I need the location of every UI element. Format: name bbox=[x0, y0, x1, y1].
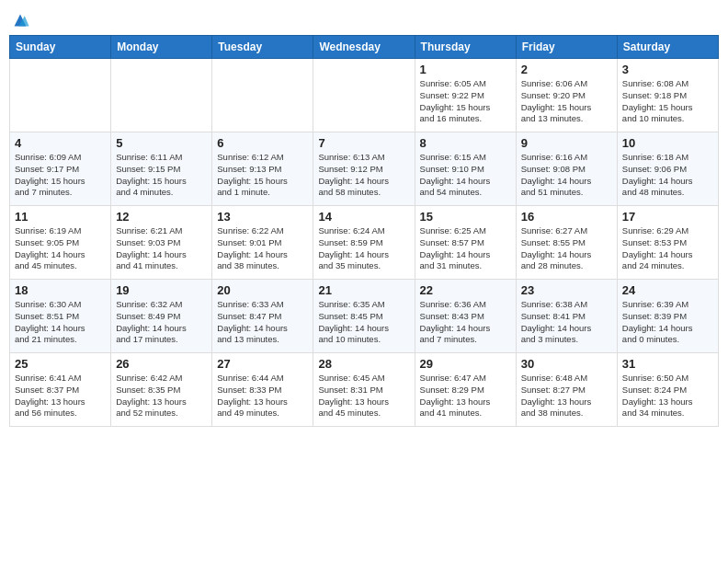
calendar-cell: 13Sunrise: 6:22 AM Sunset: 9:01 PM Dayli… bbox=[212, 206, 313, 280]
calendar-header: SundayMondayTuesdayWednesdayThursdayFrid… bbox=[10, 36, 719, 59]
calendar-cell bbox=[111, 59, 212, 132]
calendar-cell: 3Sunrise: 6:08 AM Sunset: 9:18 PM Daylig… bbox=[617, 59, 718, 132]
day-info: Sunrise: 6:48 AM Sunset: 8:27 PM Dayligh… bbox=[521, 373, 612, 419]
calendar-cell: 24Sunrise: 6:39 AM Sunset: 8:39 PM Dayli… bbox=[617, 280, 718, 353]
calendar-cell: 17Sunrise: 6:29 AM Sunset: 8:53 PM Dayli… bbox=[617, 206, 718, 280]
day-info: Sunrise: 6:16 AM Sunset: 9:08 PM Dayligh… bbox=[521, 152, 612, 199]
calendar-week-row: 25Sunrise: 6:41 AM Sunset: 8:37 PM Dayli… bbox=[10, 353, 719, 427]
day-number: 14 bbox=[318, 210, 409, 224]
day-info: Sunrise: 6:24 AM Sunset: 8:59 PM Dayligh… bbox=[318, 225, 409, 272]
day-number: 11 bbox=[15, 210, 106, 224]
day-info: Sunrise: 6:42 AM Sunset: 8:35 PM Dayligh… bbox=[116, 373, 207, 419]
day-info: Sunrise: 6:11 AM Sunset: 9:15 PM Dayligh… bbox=[116, 152, 207, 199]
day-info: Sunrise: 6:50 AM Sunset: 8:24 PM Dayligh… bbox=[622, 373, 713, 419]
calendar-cell: 14Sunrise: 6:24 AM Sunset: 8:59 PM Dayli… bbox=[313, 206, 415, 280]
day-number: 29 bbox=[420, 357, 511, 371]
calendar-cell: 11Sunrise: 6:19 AM Sunset: 9:05 PM Dayli… bbox=[10, 206, 111, 280]
calendar-body: 1Sunrise: 6:05 AM Sunset: 9:22 PM Daylig… bbox=[10, 59, 719, 427]
day-number: 5 bbox=[116, 136, 207, 150]
day-number: 30 bbox=[521, 357, 612, 371]
day-info: Sunrise: 6:45 AM Sunset: 8:31 PM Dayligh… bbox=[318, 373, 409, 419]
day-number: 15 bbox=[420, 210, 511, 224]
day-info: Sunrise: 6:27 AM Sunset: 8:55 PM Dayligh… bbox=[521, 225, 612, 272]
day-number: 4 bbox=[15, 136, 106, 150]
weekday-header-wednesday: Wednesday bbox=[313, 36, 415, 59]
day-info: Sunrise: 6:25 AM Sunset: 8:57 PM Dayligh… bbox=[420, 225, 511, 272]
day-info: Sunrise: 6:41 AM Sunset: 8:37 PM Dayligh… bbox=[15, 373, 106, 419]
calendar-cell: 22Sunrise: 6:36 AM Sunset: 8:43 PM Dayli… bbox=[415, 280, 516, 353]
day-number: 19 bbox=[116, 283, 207, 297]
calendar-week-row: 11Sunrise: 6:19 AM Sunset: 9:05 PM Dayli… bbox=[10, 206, 719, 280]
day-number: 8 bbox=[420, 136, 511, 150]
day-number: 2 bbox=[521, 63, 612, 76]
day-number: 31 bbox=[622, 357, 713, 371]
logo-icon bbox=[11, 13, 29, 28]
calendar-cell: 25Sunrise: 6:41 AM Sunset: 8:37 PM Dayli… bbox=[10, 353, 111, 427]
day-number: 3 bbox=[622, 63, 713, 76]
day-number: 7 bbox=[318, 136, 409, 150]
day-number: 23 bbox=[521, 283, 612, 297]
day-info: Sunrise: 6:12 AM Sunset: 9:13 PM Dayligh… bbox=[217, 152, 308, 199]
day-info: Sunrise: 6:22 AM Sunset: 9:01 PM Dayligh… bbox=[217, 225, 308, 272]
calendar-cell: 30Sunrise: 6:48 AM Sunset: 8:27 PM Dayli… bbox=[516, 353, 617, 427]
day-info: Sunrise: 6:32 AM Sunset: 8:49 PM Dayligh… bbox=[116, 299, 207, 346]
day-number: 13 bbox=[217, 210, 308, 224]
day-number: 1 bbox=[420, 63, 511, 76]
day-info: Sunrise: 6:44 AM Sunset: 8:33 PM Dayligh… bbox=[217, 373, 308, 419]
weekday-header-saturday: Saturday bbox=[617, 36, 718, 59]
calendar-cell: 12Sunrise: 6:21 AM Sunset: 9:03 PM Dayli… bbox=[111, 206, 212, 280]
day-number: 12 bbox=[116, 210, 207, 224]
day-info: Sunrise: 6:19 AM Sunset: 9:05 PM Dayligh… bbox=[15, 225, 106, 272]
calendar-cell: 19Sunrise: 6:32 AM Sunset: 8:49 PM Dayli… bbox=[111, 280, 212, 353]
day-number: 6 bbox=[217, 136, 308, 150]
logo bbox=[9, 9, 29, 28]
calendar-cell bbox=[212, 59, 313, 132]
calendar-cell: 6Sunrise: 6:12 AM Sunset: 9:13 PM Daylig… bbox=[212, 132, 313, 206]
weekday-header-monday: Monday bbox=[111, 36, 212, 59]
calendar-week-row: 18Sunrise: 6:30 AM Sunset: 8:51 PM Dayli… bbox=[10, 280, 719, 353]
calendar-cell: 26Sunrise: 6:42 AM Sunset: 8:35 PM Dayli… bbox=[111, 353, 212, 427]
day-info: Sunrise: 6:30 AM Sunset: 8:51 PM Dayligh… bbox=[15, 299, 106, 346]
day-number: 27 bbox=[217, 357, 308, 371]
calendar-cell: 2Sunrise: 6:06 AM Sunset: 9:20 PM Daylig… bbox=[516, 59, 617, 132]
calendar-cell: 8Sunrise: 6:15 AM Sunset: 9:10 PM Daylig… bbox=[415, 132, 516, 206]
day-info: Sunrise: 6:06 AM Sunset: 9:20 PM Dayligh… bbox=[521, 78, 612, 125]
calendar-cell: 27Sunrise: 6:44 AM Sunset: 8:33 PM Dayli… bbox=[212, 353, 313, 427]
calendar-cell: 21Sunrise: 6:35 AM Sunset: 8:45 PM Dayli… bbox=[313, 280, 415, 353]
day-info: Sunrise: 6:47 AM Sunset: 8:29 PM Dayligh… bbox=[420, 373, 511, 419]
calendar-cell: 29Sunrise: 6:47 AM Sunset: 8:29 PM Dayli… bbox=[415, 353, 516, 427]
calendar-cell: 16Sunrise: 6:27 AM Sunset: 8:55 PM Dayli… bbox=[516, 206, 617, 280]
day-number: 9 bbox=[521, 136, 612, 150]
calendar-cell: 15Sunrise: 6:25 AM Sunset: 8:57 PM Dayli… bbox=[415, 206, 516, 280]
day-info: Sunrise: 6:08 AM Sunset: 9:18 PM Dayligh… bbox=[622, 78, 713, 125]
day-number: 28 bbox=[318, 357, 409, 371]
day-info: Sunrise: 6:13 AM Sunset: 9:12 PM Dayligh… bbox=[318, 152, 409, 199]
calendar-cell: 28Sunrise: 6:45 AM Sunset: 8:31 PM Dayli… bbox=[313, 353, 415, 427]
page-header bbox=[9, 9, 719, 28]
day-info: Sunrise: 6:35 AM Sunset: 8:45 PM Dayligh… bbox=[318, 299, 409, 346]
calendar-cell: 5Sunrise: 6:11 AM Sunset: 9:15 PM Daylig… bbox=[111, 132, 212, 206]
day-info: Sunrise: 6:18 AM Sunset: 9:06 PM Dayligh… bbox=[622, 152, 713, 199]
weekday-header-sunday: Sunday bbox=[10, 36, 111, 59]
day-info: Sunrise: 6:29 AM Sunset: 8:53 PM Dayligh… bbox=[622, 225, 713, 272]
calendar-cell bbox=[313, 59, 415, 132]
calendar-cell: 10Sunrise: 6:18 AM Sunset: 9:06 PM Dayli… bbox=[617, 132, 718, 206]
calendar-cell bbox=[10, 59, 111, 132]
day-number: 26 bbox=[116, 357, 207, 371]
calendar-week-row: 4Sunrise: 6:09 AM Sunset: 9:17 PM Daylig… bbox=[10, 132, 719, 206]
day-info: Sunrise: 6:33 AM Sunset: 8:47 PM Dayligh… bbox=[217, 299, 308, 346]
day-number: 17 bbox=[622, 210, 713, 224]
day-info: Sunrise: 6:15 AM Sunset: 9:10 PM Dayligh… bbox=[420, 152, 511, 199]
day-info: Sunrise: 6:21 AM Sunset: 9:03 PM Dayligh… bbox=[116, 225, 207, 272]
weekday-header-thursday: Thursday bbox=[415, 36, 516, 59]
day-info: Sunrise: 6:39 AM Sunset: 8:39 PM Dayligh… bbox=[622, 299, 713, 346]
calendar-week-row: 1Sunrise: 6:05 AM Sunset: 9:22 PM Daylig… bbox=[10, 59, 719, 132]
day-info: Sunrise: 6:36 AM Sunset: 8:43 PM Dayligh… bbox=[420, 299, 511, 346]
weekday-header-row: SundayMondayTuesdayWednesdayThursdayFrid… bbox=[10, 36, 719, 59]
day-info: Sunrise: 6:38 AM Sunset: 8:41 PM Dayligh… bbox=[521, 299, 612, 346]
day-number: 20 bbox=[217, 283, 308, 297]
calendar-cell: 7Sunrise: 6:13 AM Sunset: 9:12 PM Daylig… bbox=[313, 132, 415, 206]
day-number: 24 bbox=[622, 283, 713, 297]
day-number: 10 bbox=[622, 136, 713, 150]
calendar-cell: 1Sunrise: 6:05 AM Sunset: 9:22 PM Daylig… bbox=[415, 59, 516, 132]
